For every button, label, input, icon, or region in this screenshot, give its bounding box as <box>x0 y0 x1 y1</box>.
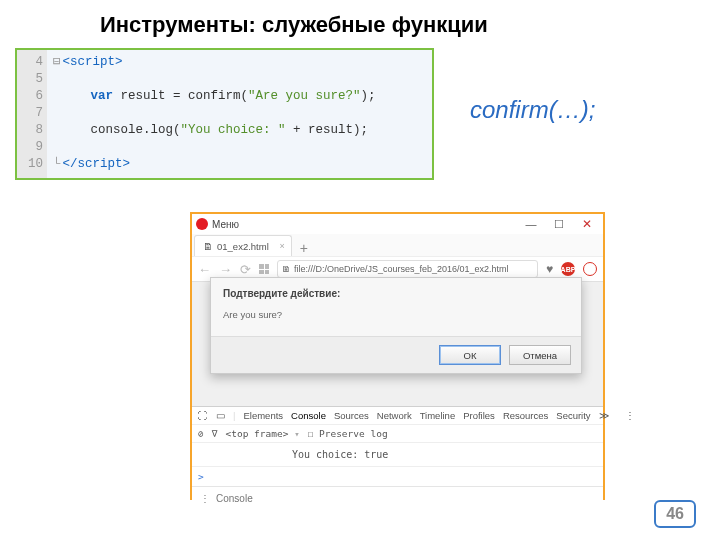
devtools-menu-icon[interactable]: ⋮ <box>625 410 635 421</box>
code-token: "You choice: " <box>181 123 286 137</box>
line-number: 6 <box>17 88 43 105</box>
devtools-tab-network[interactable]: Network <box>377 410 412 421</box>
opera-profile-icon[interactable] <box>583 262 597 276</box>
drawer-tab-console[interactable]: Console <box>216 493 253 504</box>
line-number-gutter: 4 5 6 7 8 9 10 <box>17 50 47 178</box>
code-token: + result); <box>286 123 369 137</box>
minimize-button[interactable]: — <box>519 216 543 232</box>
code-token: var <box>91 89 114 103</box>
device-toggle-icon[interactable]: ▭ <box>216 410 225 421</box>
ok-button[interactable]: ОК <box>439 345 501 365</box>
fold-close-icon: └ <box>53 157 61 171</box>
page-icon: 🗎 <box>203 241 213 252</box>
file-icon: 🗎 <box>282 264 291 274</box>
menu-label[interactable]: Меню <box>212 219 239 230</box>
code-token: script <box>78 157 123 171</box>
code-token: "Are you sure?" <box>248 89 361 103</box>
fold-open-icon: ⊟ <box>53 55 61 69</box>
devtools-drawer: ⋮ Console <box>192 486 603 510</box>
nav-back-button[interactable]: ← <box>198 262 211 277</box>
speed-dial-icon[interactable] <box>259 264 269 274</box>
confirm-dialog: Подтвердите действие: Are you sure? ОК О… <box>210 277 582 374</box>
tab-title: 01_ex2.html <box>217 241 269 252</box>
frame-selector[interactable]: <top frame> ▾ <box>225 428 299 439</box>
devtools-panel: ⛶ ▭ | Elements Console Sources Network T… <box>192 406 603 510</box>
devtools-tab-timeline[interactable]: Timeline <box>420 410 456 421</box>
devtools-tab-elements[interactable]: Elements <box>243 410 283 421</box>
code-token: > <box>123 157 131 171</box>
browser-tabstrip: 🗎 01_ex2.html × + <box>192 234 603 256</box>
code-token: console.log( <box>91 123 181 137</box>
page-number: 46 <box>654 500 696 528</box>
console-prompt[interactable]: > <box>192 466 603 486</box>
reload-button[interactable]: ⟳ <box>240 262 251 277</box>
adblock-icon[interactable]: ABP <box>561 262 575 276</box>
url-field[interactable]: 🗎 file:///D:/OneDrive/JS_courses_feb_201… <box>277 260 538 278</box>
new-tab-button[interactable]: + <box>292 240 316 256</box>
inspect-icon[interactable]: ⛶ <box>198 410 208 421</box>
devtools-tab-profiles[interactable]: Profiles <box>463 410 495 421</box>
devtools-tab-resources[interactable]: Resources <box>503 410 548 421</box>
code-token: ); <box>361 89 376 103</box>
drawer-menu-icon[interactable]: ⋮ <box>200 493 210 504</box>
devtools-tab-security[interactable]: Security <box>556 410 590 421</box>
filter-icon[interactable]: ∇ <box>212 428 218 439</box>
browser-tab[interactable]: 🗎 01_ex2.html × <box>194 235 292 256</box>
code-editor: 4 5 6 7 8 9 10 ⊟<script> var result = co… <box>15 48 434 180</box>
code-area: ⊟<script> var result = confirm("Are you … <box>47 50 432 178</box>
browser-viewport: Подтвердите действие: Are you sure? ОК О… <box>192 282 603 406</box>
chevron-down-icon: ▾ <box>294 429 299 439</box>
clear-console-icon[interactable]: ⊘ <box>198 428 204 439</box>
nav-forward-button[interactable]: → <box>219 262 232 277</box>
code-token: result = confirm( <box>113 89 248 103</box>
dialog-message: Are you sure? <box>211 303 581 336</box>
more-tabs-icon[interactable]: ≫ <box>599 410 609 421</box>
cancel-button[interactable]: Отмена <box>509 345 571 365</box>
function-label: confirm(…); <box>470 96 595 124</box>
line-number: 7 <box>17 105 43 122</box>
console-output: You choice: true <box>192 443 603 466</box>
line-number: 4 <box>17 54 43 71</box>
bookmark-icon[interactable]: ♥ <box>546 262 553 276</box>
url-text: file:///D:/OneDrive/JS_courses_feb_2016/… <box>294 264 509 274</box>
tab-close-icon[interactable]: × <box>280 241 285 251</box>
browser-titlebar: Меню — ☐ ✕ <box>192 214 603 234</box>
devtools-tab-sources[interactable]: Sources <box>334 410 369 421</box>
code-token: > <box>115 55 123 69</box>
line-number: 9 <box>17 139 43 156</box>
line-number: 5 <box>17 71 43 88</box>
opera-icon <box>196 218 208 230</box>
devtools-tab-console[interactable]: Console <box>291 410 326 421</box>
close-button[interactable]: ✕ <box>575 216 599 232</box>
devtools-tabs: ⛶ ▭ | Elements Console Sources Network T… <box>192 407 603 425</box>
dialog-button-row: ОК Отмена <box>211 336 581 373</box>
code-token: </ <box>63 157 78 171</box>
line-number: 8 <box>17 122 43 139</box>
console-toolbar: ⊘ ∇ <top frame> ▾ ☐ Preserve log <box>192 425 603 443</box>
dialog-title: Подтвердите действие: <box>211 278 581 303</box>
maximize-button[interactable]: ☐ <box>547 216 571 232</box>
browser-window: Меню — ☐ ✕ 🗎 01_ex2.html × + ← → ⟳ 🗎 fil… <box>190 212 605 500</box>
code-token: script <box>70 55 115 69</box>
code-token: < <box>63 55 71 69</box>
line-number: 10 <box>17 156 43 173</box>
preserve-log-checkbox[interactable]: ☐ Preserve log <box>308 428 388 439</box>
slide-title: Инструменты: служебные функции <box>100 12 488 38</box>
